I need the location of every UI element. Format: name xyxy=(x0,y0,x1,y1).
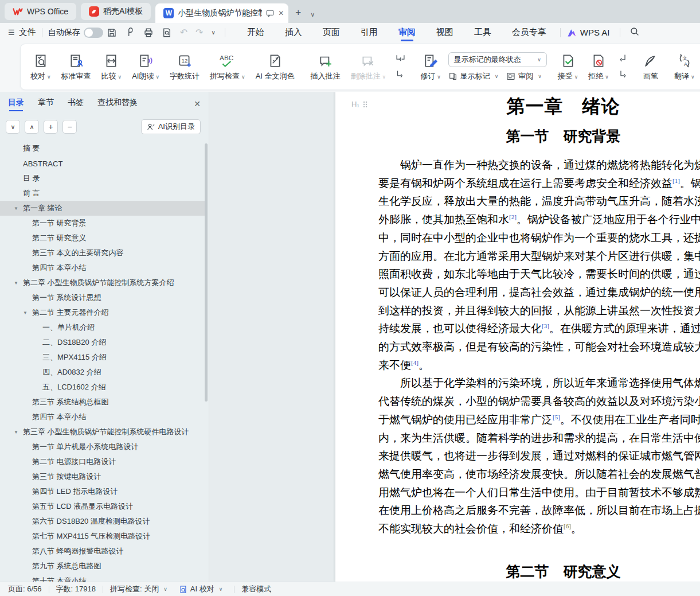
menu-item-home[interactable]: 开始 xyxy=(247,24,264,41)
collapse-arrow-icon[interactable]: ▼ xyxy=(23,310,32,315)
review-pane-button[interactable]: 审阅∨ xyxy=(506,71,542,81)
ai-proofread-status[interactable]: AI 校对∨ xyxy=(179,584,223,594)
sidebar-scrollbar[interactable] xyxy=(205,143,208,402)
collapse-arrow-icon[interactable]: ▼ xyxy=(14,430,23,435)
menu-item-review[interactable]: 审阅 xyxy=(398,24,416,41)
file-menu[interactable]: ☰ 文件 xyxy=(8,27,36,38)
standard-review-button[interactable]: 标准审查 xyxy=(56,50,96,84)
translate-button[interactable]: 文A 翻译∨ xyxy=(669,50,700,84)
show-markup-button[interactable]: 显示标记∨ xyxy=(448,71,499,81)
heading-marker[interactable]: H₁ xyxy=(351,100,367,108)
redo-icon[interactable]: ↷ xyxy=(195,27,203,38)
toc-item[interactable]: ▼第二章 小型生物质锅炉节能控制系统方案介绍 xyxy=(0,275,205,290)
tab-list-chevron-icon[interactable]: ∨ xyxy=(306,11,319,23)
toc-item[interactable]: 第三节 系统结构总框图 xyxy=(0,395,205,410)
autosave-toggle[interactable] xyxy=(84,28,103,38)
wps-ai-button[interactable]: WPS AI xyxy=(566,28,610,37)
tab-document[interactable]: W 小型生物质锅炉节能控制系统简 ✕ xyxy=(155,3,288,23)
toc-item[interactable]: 第十节 本章小结 xyxy=(0,574,205,582)
toc-item[interactable]: 第六节 DS18B20 温度检测电路设计 xyxy=(0,514,205,529)
toc-item[interactable]: 目 录 xyxy=(0,171,205,186)
tab-comment-icon[interactable] xyxy=(266,10,274,17)
menu-item-reference[interactable]: 引用 xyxy=(361,24,378,41)
next-comment-button[interactable] xyxy=(393,69,407,81)
previous-comment-button[interactable] xyxy=(393,53,407,65)
collapse-arrow-icon[interactable]: ▼ xyxy=(14,206,23,211)
toc-item[interactable]: ▼第二节 主要元器件介绍 xyxy=(0,305,205,320)
sidebar-tab-chapters[interactable]: 章节 xyxy=(38,98,54,110)
spell-check-button[interactable]: ABC 拼写检查∨ xyxy=(205,50,251,84)
next-change-button[interactable] xyxy=(616,69,630,81)
proofread-button[interactable]: 校对∨ xyxy=(25,50,56,84)
document-page[interactable]: H₁ 第一章 绪论 第一节 研究背景 锅炉一直作为一种热交换的设备，通过煤的燃烧… xyxy=(335,92,700,582)
spell-check-status[interactable]: 拼写检查: 关闭∨ xyxy=(110,584,167,594)
delete-comment-button[interactable]: 删除批注∨ xyxy=(346,50,392,84)
ink-pen-button[interactable]: 画笔 xyxy=(638,50,663,84)
toc-item[interactable]: 一、单片机介绍 xyxy=(0,320,205,335)
toc-item[interactable]: 第三节 按键电路设计 xyxy=(0,469,205,484)
previous-change-button[interactable] xyxy=(616,53,630,65)
menu-item-member[interactable]: 会员专享 xyxy=(512,24,546,41)
toc-item[interactable]: 第八节 蜂鸣器报警电路设计 xyxy=(0,544,205,559)
toc-item[interactable]: 摘 要 xyxy=(0,141,205,156)
collapse-all-button[interactable]: ∧ xyxy=(25,120,39,134)
new-tab-button[interactable]: + xyxy=(291,7,306,23)
page-indicator[interactable]: 页面: 6/56 xyxy=(8,584,42,594)
toc-item[interactable]: 三、MPX4115 介绍 xyxy=(0,350,205,365)
menu-item-page[interactable]: 页面 xyxy=(323,24,340,41)
tab-docer-templates[interactable]: 稻壳AI模板 xyxy=(81,3,151,20)
markup-state-dropdown[interactable]: 显示标记的最终状态 ∨ xyxy=(448,52,547,67)
undo-icon[interactable]: ↶ xyxy=(180,27,187,38)
word-count-indicator[interactable]: 字数: 17918 xyxy=(56,584,96,594)
menu-item-tools[interactable]: 工具 xyxy=(474,24,491,41)
toc-item[interactable]: 第七节 MXP4115 气压检测电路设计 xyxy=(0,529,205,544)
toc-item[interactable]: 第一节 研究背景 xyxy=(0,216,205,231)
word-count-button[interactable]: 12 字数统计 xyxy=(165,50,205,84)
save-icon[interactable] xyxy=(107,28,117,38)
toc-item-label: 第四节 LED 指示电路设计 xyxy=(32,486,118,497)
expand-all-button[interactable]: ∨ xyxy=(6,120,20,134)
export-pdf-icon[interactable] xyxy=(125,28,135,38)
toc-item[interactable]: 前 言 xyxy=(0,186,205,201)
reject-change-button[interactable]: 拒绝∨ xyxy=(583,50,614,84)
toc-item[interactable]: 四、AD0832 介绍 xyxy=(0,365,205,380)
toc-item[interactable]: 第二节 研究意义 xyxy=(0,231,205,246)
quick-access-chevron-icon[interactable]: ∨ xyxy=(211,29,215,36)
print-preview-icon[interactable] xyxy=(162,28,172,38)
toc-item[interactable]: 二、DS18B20 介绍 xyxy=(0,335,205,350)
drag-handle-icon[interactable] xyxy=(363,101,367,108)
toc-item[interactable]: 第四节 本章小结 xyxy=(0,410,205,424)
toc-item[interactable]: ABSTRACT xyxy=(0,156,205,171)
accept-change-button[interactable]: 接受∨ xyxy=(553,50,584,84)
toc-item[interactable]: 第二节 电源接口电路设计 xyxy=(0,454,205,469)
toc-item[interactable]: 第四节 本章小结 xyxy=(0,260,205,275)
toc-item[interactable]: 第三节 本文的主要研究内容 xyxy=(0,246,205,260)
ai-read-aloud-button[interactable]: AI朗读∨ xyxy=(127,50,165,84)
tab-wps-office[interactable]: WPS Office xyxy=(5,3,76,20)
track-changes-button[interactable]: 修订∨ xyxy=(415,50,446,84)
menu-item-view[interactable]: 视图 xyxy=(436,24,453,41)
ai-polish-button[interactable]: AI 全文润色 xyxy=(251,50,300,84)
toc-item[interactable]: 第五节 LCD 液晶显示电路设计 xyxy=(0,499,205,514)
sidebar-tab-find-replace[interactable]: 查找和替换 xyxy=(97,98,138,110)
toc-item[interactable]: 第九节 系统总电路图 xyxy=(0,559,205,574)
zoom-in-button[interactable]: + xyxy=(44,120,58,134)
sidebar-tab-bookmarks[interactable]: 书签 xyxy=(68,98,84,110)
toc-item[interactable]: 第四节 LED 指示电路设计 xyxy=(0,484,205,499)
compare-button[interactable]: 比较∨ xyxy=(96,50,127,84)
zoom-out-button[interactable]: − xyxy=(62,120,77,134)
menu-item-insert[interactable]: 插入 xyxy=(285,24,302,41)
close-sidebar-icon[interactable]: ✕ xyxy=(194,99,201,108)
toc-item[interactable]: 五、LCD1602 介绍 xyxy=(0,380,205,395)
toc-item[interactable]: ▼第三章 小型生物质锅炉节能控制系统硬件电路设计 xyxy=(0,424,205,439)
sidebar-tab-contents[interactable]: 目录 xyxy=(8,98,24,110)
toc-item[interactable]: 第一节 单片机最小系统电路设计 xyxy=(0,439,205,454)
toc-item[interactable]: ▼第一章 绪论 xyxy=(0,201,205,216)
print-icon[interactable] xyxy=(143,28,154,38)
close-tab-icon[interactable]: ✕ xyxy=(278,9,284,17)
toc-item[interactable]: 第一节 系统设计思想 xyxy=(0,290,205,305)
search-icon[interactable] xyxy=(629,26,640,38)
insert-comment-button[interactable]: 插入批注 xyxy=(306,50,346,84)
collapse-arrow-icon[interactable]: ▼ xyxy=(14,281,23,286)
ai-recognize-toc-button[interactable]: AI识别目录 xyxy=(141,119,201,134)
